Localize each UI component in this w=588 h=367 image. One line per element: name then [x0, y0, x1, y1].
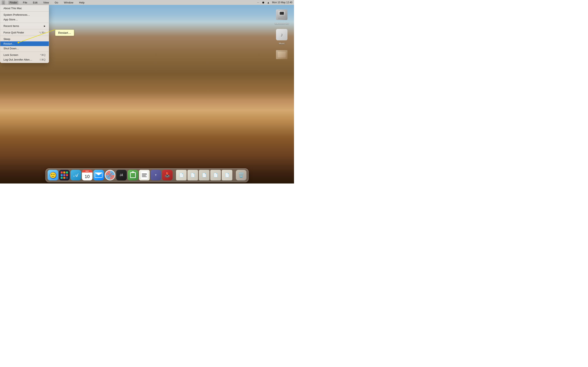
menu-separator-3 [0, 29, 49, 29]
apple-menu-trigger[interactable]:  [2, 0, 5, 5]
dock-preview-4[interactable]: 📄 [210, 170, 221, 180]
menubar-finder[interactable]: Finder [8, 1, 18, 4]
menubar-file[interactable]: File [22, 1, 28, 4]
dock-safari[interactable] [105, 170, 115, 180]
desktop-icon-music[interactable]: ♪ Music [274, 28, 290, 45]
menu-app-store[interactable]: App Store… [0, 17, 49, 22]
dock-joystick[interactable]: 🕹️ [162, 170, 173, 180]
dock-teams[interactable]: T [150, 170, 161, 180]
image-label [281, 62, 283, 62]
dock-launchpad[interactable] [59, 170, 70, 180]
dock-ia-writer[interactable]: iA [116, 170, 127, 180]
menu-recent-items[interactable]: Recent Items ▶ [0, 24, 49, 28]
menu-separator-4 [0, 36, 49, 36]
menu-about-this-mac[interactable]: About This Mac [0, 6, 49, 11]
menu-separator-1 [0, 11, 49, 12]
menu-force-quit[interactable]: Force Quit Finder ⌥⌘⎋ [0, 30, 49, 35]
menubar-help[interactable]: Help [78, 1, 86, 4]
apple-menu: About This Mac System Preferences… App S… [0, 5, 49, 63]
dock-textedit[interactable] [139, 170, 150, 180]
dock-calendar[interactable]: MAY 10 [82, 170, 93, 180]
menubar:  Finder File Edit View Go Window Help ·… [0, 0, 294, 5]
desktop-icon-macintosh-hd[interactable]: Macintosh HD [274, 8, 290, 25]
screen-record-icon[interactable]: ⏺ [262, 1, 265, 4]
dock-preview-5[interactable]: 📄 [222, 170, 232, 180]
menu-system-preferences[interactable]: System Preferences… [0, 12, 49, 17]
lock-screen-shortcut: ^⌘Q [40, 54, 45, 57]
desktop-icons-area: Macintosh HD ♪ Music [274, 8, 290, 62]
menu-restart[interactable]: Restart… [0, 42, 49, 46]
force-quit-shortcut: ⌥⌘⎋ [39, 31, 45, 34]
music-label: Music [278, 42, 286, 45]
recent-items-arrow-icon: ▶ [44, 25, 45, 27]
dock-keka[interactable] [128, 170, 138, 180]
menu-shut-down[interactable]: Shut Down… [0, 46, 49, 51]
dock-separator-1 [174, 171, 174, 179]
wifi-icon[interactable]: ▲ [267, 1, 270, 4]
dock-preview-1[interactable]: 📄 [176, 170, 187, 180]
menubar-edit[interactable]: Edit [32, 1, 39, 4]
menu-log-out[interactable]: Log Out Jennifer Allen… ⇧⌘Q [0, 57, 49, 62]
control-strip[interactable]: ··· [257, 1, 259, 4]
dock-preview-2[interactable]: 📄 [187, 170, 198, 180]
apple-logo-icon:  [3, 1, 4, 4]
menubar-window[interactable]: Window [63, 1, 75, 4]
dock-app-store[interactable]: 𝒜 [70, 170, 81, 180]
menu-separator-2 [0, 23, 49, 23]
restart-tooltip: Restart… [55, 30, 74, 36]
macintosh-hd-label: Macintosh HD [274, 22, 290, 25]
log-out-shortcut: ⇧⌘Q [39, 58, 45, 61]
desktop-icon-image[interactable] [274, 48, 290, 62]
datetime: Mon 10 May 12:40 [272, 1, 292, 4]
dock-separator-2 [234, 171, 234, 179]
dock-mail[interactable] [93, 170, 104, 180]
menubar-view[interactable]: View [42, 1, 50, 4]
menubar-go[interactable]: Go [53, 1, 60, 4]
dock-trash[interactable]: 🗑️ [236, 170, 246, 180]
dock: 🔵 🙂 𝒜 MAY 10 [45, 168, 249, 182]
dock-preview-3[interactable]: 📄 [199, 170, 209, 180]
menu-lock-screen[interactable]: Lock Screen ^⌘Q [0, 53, 49, 57]
menu-sleep[interactable]: Sleep [0, 37, 49, 42]
restart-tooltip-label: Restart… [58, 31, 71, 34]
dock-finder[interactable]: 🔵 🙂 [48, 170, 58, 180]
